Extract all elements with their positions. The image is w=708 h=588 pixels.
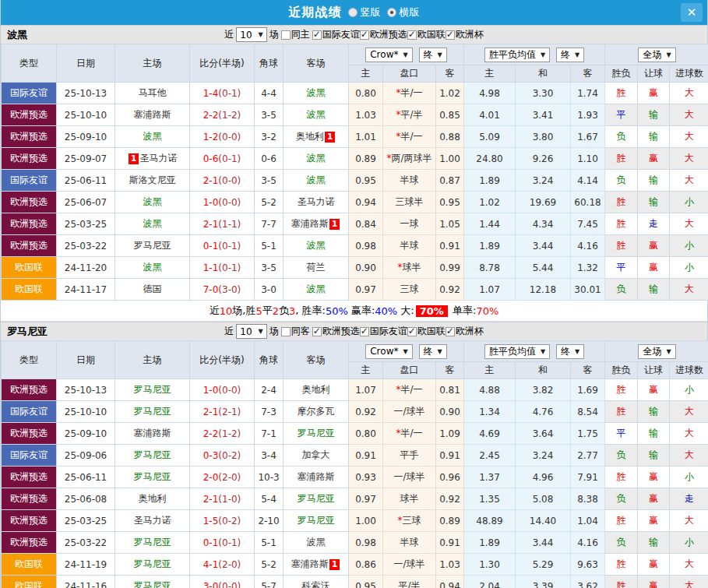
team-name-text: 摩尔多瓦 — [298, 406, 335, 417]
final-avg-dropdown[interactable]: 终▼ — [556, 48, 584, 62]
red-card-badge: 1 — [129, 153, 139, 164]
handicap-result-cell: 输 — [638, 126, 670, 148]
bookmaker-dropdown[interactable]: Crow*▼ — [365, 48, 412, 62]
avg-draw-cell: 3.44 — [516, 532, 571, 554]
match-row: 欧洲预选25-06-11罗马尼亚2-0(2-0)10-3塞浦路斯0.93一/球半… — [2, 467, 708, 488]
handicap-cell: 一/球半 — [383, 554, 436, 576]
layout-horizontal-radio[interactable]: 横版 — [387, 5, 420, 19]
fulltime-dropdown[interactable]: 全场▼ — [638, 48, 675, 62]
filter-checkbox[interactable]: 国际友谊 — [360, 325, 407, 338]
odds-home-cell: 0.97 — [349, 279, 383, 301]
home-cell: 塞浦路斯 — [115, 423, 190, 445]
odds-away-cell: 0.85 — [436, 104, 464, 126]
team-name-text: 塞浦路斯 — [134, 109, 171, 120]
avg-home-cell: 1.89 — [464, 532, 516, 554]
avg-dropdown[interactable]: 胜平负均值▼ — [484, 344, 550, 359]
goals-result-cell: 大 — [670, 213, 708, 235]
filter-checkbox[interactable]: 欧洲杯 — [446, 325, 484, 338]
team-name-text: 罗马尼亚 — [134, 471, 171, 482]
odds-away-cell: 1.03 — [436, 554, 464, 576]
result-cell: 平 — [605, 104, 638, 126]
away-cell: 塞浦路斯1 — [284, 213, 349, 235]
odds-away-cell: 0.87 — [436, 170, 464, 192]
away-cell: 奥地利1 — [284, 126, 349, 148]
final-odds-dropdown[interactable]: 终▼ — [419, 344, 447, 359]
date-cell: 25-09-07 — [57, 148, 115, 170]
fulltime-dropdown[interactable]: 全场▼ — [638, 344, 675, 359]
avg-draw-cell: 3.80 — [516, 126, 571, 148]
filter-checkbox[interactable]: 欧洲杯 — [446, 28, 484, 41]
corner-cell: 3-2 — [255, 126, 284, 148]
away-cell: 波黑 — [284, 104, 349, 126]
odds-home-cell: 0.95 — [349, 170, 383, 192]
date-cell: 25-10-13 — [57, 83, 115, 104]
corner-cell: 4-4 — [255, 83, 284, 104]
close-button[interactable]: ✕ — [681, 3, 703, 22]
chevron-down-icon: ▼ — [541, 348, 545, 355]
corner-cell: 3-5 — [255, 257, 284, 279]
filter-checkbox[interactable]: 国际友谊 — [312, 28, 360, 41]
match-row: 欧洲预选25-09-10波黑1-2(0-0)3-2奥地利11.01*半/一0.8… — [2, 126, 708, 148]
recent-count-select[interactable]: 10▼ — [236, 324, 266, 339]
col-home: 主场 — [115, 44, 190, 83]
odds-home-cell: 0.98 — [349, 235, 383, 257]
checkbox-unchecked-icon — [281, 327, 291, 336]
red-card-badge: 1 — [329, 559, 340, 570]
handicap-cell: *球半 — [383, 257, 436, 279]
checkbox-unchecked-icon — [281, 30, 291, 40]
filter-checkbox[interactable]: 欧洲预选 — [360, 28, 407, 41]
date-cell: 25-06-07 — [57, 192, 115, 213]
odds-away-cell: 1.00 — [436, 148, 464, 170]
team-name-text: 圣马力诺 — [134, 515, 171, 526]
handicap-star: * — [396, 131, 400, 142]
goals-result-cell: 大 — [670, 510, 708, 532]
filter-checkbox[interactable]: 欧国联 — [407, 28, 446, 41]
col-handicap: 盘口 — [383, 65, 436, 83]
same-venue-checkbox[interactable]: 同客 — [281, 325, 310, 338]
odds-home-cell: 1.03 — [349, 104, 383, 126]
filter-checkbox[interactable]: 欧国联 — [407, 325, 446, 338]
avg-home-cell: 1.34 — [464, 401, 516, 423]
team-name-text: 波黑 — [307, 240, 326, 251]
chevron-down-icon: ▼ — [259, 328, 263, 335]
recent-count-select[interactable]: 10▼ — [236, 27, 266, 42]
filter-checkbox[interactable]: 欧洲预选 — [312, 325, 360, 338]
summary-segment: 3 — [289, 305, 295, 317]
home-cell: 波黑 — [115, 126, 190, 148]
score-cell: 2-1(2-1) — [190, 401, 255, 423]
odds-group-header: Crow*▼ 终▼ — [349, 44, 464, 65]
match-type-cell: 欧洲预选 — [2, 488, 57, 510]
date-cell: 25-03-25 — [57, 213, 115, 235]
odds-away-cell: 0.99 — [436, 257, 464, 279]
score-cell: 0-6(0-1) — [190, 148, 255, 170]
summary-segment: 近 — [210, 304, 220, 318]
home-cell: 圣马力诺 — [115, 510, 190, 532]
score-cell: 0-1(0-1) — [190, 235, 255, 257]
avg-home-cell: 1.89 — [464, 235, 516, 257]
team-name-text: 波黑 — [307, 153, 326, 164]
goals-result-cell: 大 — [670, 445, 708, 467]
same-venue-checkbox[interactable]: 同主 — [281, 28, 310, 41]
date-cell: 25-03-25 — [57, 510, 115, 532]
goals-result-cell: 大 — [670, 554, 708, 576]
date-cell: 25-03-22 — [57, 532, 115, 554]
fulltime-group-header: 全场▼ — [605, 44, 708, 65]
avg-home-cell: 8.78 — [464, 257, 516, 279]
away-cell: 波黑 — [284, 148, 349, 170]
layout-vertical-radio[interactable]: 竖版 — [348, 5, 381, 19]
corner-cell: 10-3 — [255, 467, 284, 488]
handicap-result-cell: 输 — [638, 445, 670, 467]
final-avg-dropdown[interactable]: 终▼ — [556, 344, 584, 359]
avg-home-cell: 4.69 — [464, 423, 516, 445]
avg-draw-cell: 19.69 — [516, 192, 571, 213]
bookmaker-dropdown[interactable]: Crow*▼ — [365, 344, 412, 359]
odds-home-cell: 0.92 — [349, 401, 383, 423]
match-type-cell: 欧国联 — [2, 554, 57, 576]
match-row: 国际友谊25-10-10罗马尼亚2-1(2-1)7-3摩尔多瓦0.92一/球半0… — [2, 401, 708, 423]
avg-dropdown[interactable]: 胜平负均值▼ — [484, 48, 550, 62]
team-name-text: 波黑 — [143, 196, 162, 207]
final-odds-dropdown[interactable]: 终▼ — [419, 48, 447, 62]
goals-result-cell: 大 — [670, 170, 708, 192]
chevron-down-icon: ▼ — [666, 51, 671, 58]
match-type-cell: 欧洲预选 — [2, 213, 57, 235]
